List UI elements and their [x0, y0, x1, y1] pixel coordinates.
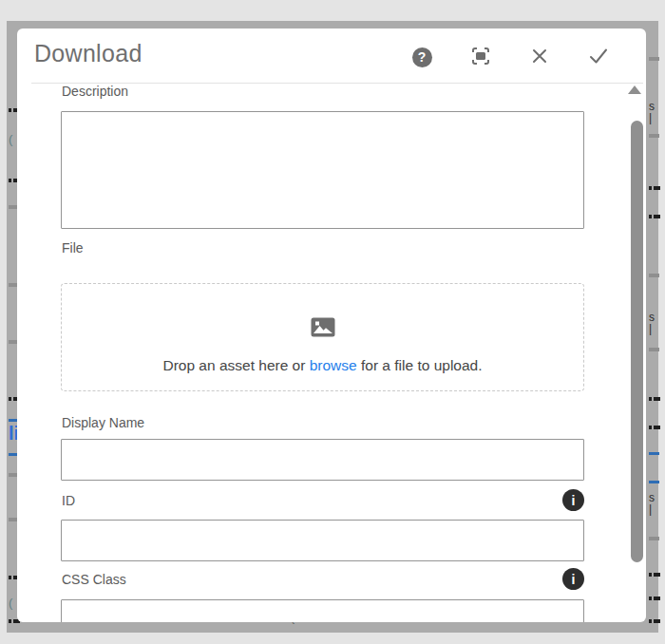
- dialog-header-actions: ?: [411, 47, 609, 67]
- dropzone-text-before: Drop an asset here or: [162, 357, 309, 373]
- css-class-input[interactable]: [61, 599, 584, 622]
- background-text-fragment: [649, 397, 660, 401]
- background-text-fragment: [649, 597, 660, 600]
- id-info-icon[interactable]: i: [562, 489, 584, 511]
- background-text-fragment: s |: [649, 492, 658, 515]
- background-text-fragment: [649, 573, 660, 577]
- description-label: Description: [62, 84, 128, 99]
- help-button[interactable]: ?: [411, 47, 432, 67]
- background-text-fragment: [649, 57, 659, 61]
- background-text-fragment: [649, 452, 659, 455]
- background-text-fragment: s |: [649, 101, 658, 123]
- background-text-fragment: `: [292, 622, 295, 633]
- background-text-fragment: [649, 426, 660, 429]
- display-name-label: Display Name: [62, 415, 144, 430]
- browse-link[interactable]: browse: [310, 357, 357, 373]
- background-text-fragment: (: [9, 133, 12, 145]
- background-text-fragment: (: [9, 597, 12, 609]
- close-icon: [530, 47, 549, 68]
- css-class-label: CSS Class: [62, 572, 126, 587]
- modal-overlay: (li(s |s |s |` Download ?: [7, 21, 658, 633]
- background-text-fragment: [649, 134, 659, 138]
- id-input[interactable]: [61, 520, 584, 561]
- css-class-info-icon[interactable]: i: [562, 568, 584, 590]
- background-text-fragment: [649, 215, 660, 218]
- dialog-title: Download: [34, 40, 142, 67]
- download-dialog: Download ?: [17, 28, 646, 622]
- dialog-scrollbar-thumb[interactable]: [631, 121, 643, 562]
- help-icon: ?: [412, 47, 432, 67]
- close-button[interactable]: [529, 47, 550, 67]
- background-text-fragment: [649, 537, 659, 540]
- background-text-fragment: s |: [649, 312, 658, 334]
- fullscreen-button[interactable]: [470, 47, 491, 67]
- page-background: (li(s |s |s |` Download ?: [0, 0, 665, 644]
- scroll-up-arrow-icon[interactable]: [628, 85, 641, 94]
- description-textarea[interactable]: [61, 111, 584, 229]
- dropzone-text: Drop an asset here or browse for a file …: [62, 357, 583, 374]
- display-name-input[interactable]: [61, 439, 584, 481]
- background-text-fragment: [649, 348, 659, 351]
- background-text-fragment: [649, 274, 659, 277]
- dropzone-text-after: for a file to upload.: [357, 357, 483, 373]
- file-label: File: [62, 240, 84, 256]
- background-text-fragment: [649, 481, 659, 483]
- confirm-button[interactable]: [588, 47, 609, 67]
- file-dropzone[interactable]: Drop an asset here or browse for a file …: [61, 283, 584, 391]
- background-text-fragment: [649, 186, 660, 190]
- background-text-fragment: [649, 619, 660, 623]
- fullscreen-icon: [470, 46, 491, 69]
- image-icon: [62, 317, 583, 341]
- id-label: ID: [62, 493, 75, 508]
- confirm-icon: [588, 46, 609, 69]
